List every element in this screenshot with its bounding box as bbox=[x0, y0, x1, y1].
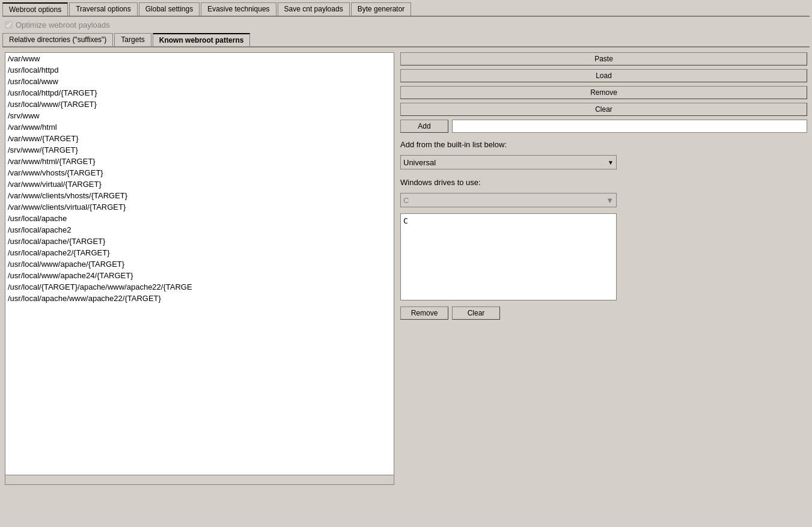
list-item[interactable]: /var/www bbox=[5, 53, 394, 64]
tab-evasive-techniques[interactable]: Evasive techniques bbox=[201, 2, 276, 16]
list-item[interactable]: /usr/local/apache/{TARGET} bbox=[5, 236, 394, 247]
list-item[interactable]: /usr/local/httpd bbox=[5, 64, 394, 76]
remove-button[interactable]: Remove bbox=[400, 86, 807, 99]
list-item[interactable]: /usr/local/apache2/{TARGET} bbox=[5, 247, 394, 258]
list-item[interactable]: /usr/local/{TARGET}/apache/www/apache22/… bbox=[5, 281, 394, 293]
main-container: Webroot options Traversal options Global… bbox=[0, 0, 812, 527]
add-input[interactable] bbox=[452, 120, 807, 133]
load-button[interactable]: Load bbox=[400, 69, 807, 82]
add-row: Add bbox=[400, 120, 807, 133]
tab-known-webroot-patterns[interactable]: Known webroot patterns bbox=[153, 33, 251, 46]
remove-bottom-button[interactable]: Remove bbox=[400, 306, 448, 320]
tab-relative-dirs[interactable]: Relative directories ("suffixes") bbox=[2, 33, 113, 46]
list-item[interactable]: /srv/www bbox=[5, 110, 394, 121]
list-item[interactable]: /var/www/clients/vhosts/{TARGET} bbox=[5, 190, 394, 201]
sub-tab-bar: Relative directories ("suffixes") Target… bbox=[2, 33, 810, 47]
list-item[interactable]: /usr/local/www/apache24/{TARGET} bbox=[5, 270, 394, 281]
optimize-label: Optimize webroot payloads bbox=[16, 20, 110, 29]
list-item[interactable]: /usr/local/httpd/{TARGET} bbox=[5, 87, 394, 99]
list-item[interactable]: /usr/local/www/{TARGET} bbox=[5, 99, 394, 110]
tab-global-settings[interactable]: Global settings bbox=[139, 2, 200, 16]
drives-dropdown-value: C bbox=[403, 196, 409, 205]
tab-byte-generator[interactable]: Byte generator bbox=[351, 2, 412, 16]
drives-dropdown[interactable]: C ▼ bbox=[400, 193, 617, 207]
add-button[interactable]: Add bbox=[400, 120, 448, 133]
list-item[interactable]: /var/www/vhosts/{TARGET} bbox=[5, 167, 394, 178]
drives-textarea[interactable]: C bbox=[400, 213, 617, 300]
clear-bottom-button[interactable]: Clear bbox=[452, 306, 500, 320]
built-in-list-dropdown[interactable]: Universal ▼ bbox=[400, 155, 617, 169]
tab-save-cnt-payloads[interactable]: Save cnt payloads bbox=[278, 2, 350, 16]
bottom-buttons-row: Remove Clear bbox=[400, 306, 807, 320]
dropdown-value: Universal bbox=[403, 158, 436, 167]
horizontal-scrollbar[interactable] bbox=[5, 475, 394, 484]
tab-traversal-options[interactable]: Traversal options bbox=[69, 2, 138, 16]
list-item[interactable]: /var/www/virtual/{TARGET} bbox=[5, 178, 394, 190]
top-tab-bar: Webroot options Traversal options Global… bbox=[2, 2, 810, 17]
content-area: /var/www/usr/local/httpd/usr/local/www/u… bbox=[2, 50, 810, 487]
right-panel: Paste Load Remove Clear Add Add from the… bbox=[400, 52, 807, 485]
list-item[interactable]: /var/www/{TARGET} bbox=[5, 133, 394, 144]
windows-drives-label: Windows drives to use: bbox=[400, 178, 807, 187]
list-item[interactable]: /var/www/html bbox=[5, 121, 394, 133]
tab-webroot-options[interactable]: Webroot options bbox=[2, 2, 68, 16]
optimize-row: Optimize webroot payloads bbox=[2, 20, 810, 29]
tab-targets[interactable]: Targets bbox=[114, 33, 151, 46]
paste-button[interactable]: Paste bbox=[400, 52, 807, 65]
list-item[interactable]: /usr/local/apache bbox=[5, 213, 394, 224]
chevron-down-icon: ▼ bbox=[608, 159, 614, 166]
optimize-checkbox[interactable] bbox=[5, 21, 13, 29]
clear-top-button[interactable]: Clear bbox=[400, 103, 807, 116]
list-item[interactable]: /usr/local/apache/www/apache22/{TARGET} bbox=[5, 293, 394, 304]
webroot-patterns-list[interactable]: /var/www/usr/local/httpd/usr/local/www/u… bbox=[5, 53, 394, 475]
drives-chevron-down-icon: ▼ bbox=[606, 196, 614, 205]
list-item[interactable]: /usr/local/www/apache/{TARGET} bbox=[5, 258, 394, 270]
list-item[interactable]: /var/www/clients/virtual/{TARGET} bbox=[5, 201, 394, 213]
add-from-label: Add from the built-in list below: bbox=[400, 140, 807, 149]
webroot-patterns-list-panel: /var/www/usr/local/httpd/usr/local/www/u… bbox=[5, 52, 394, 485]
list-item[interactable]: /var/www/html/{TARGET} bbox=[5, 156, 394, 167]
list-item[interactable]: /usr/local/apache2 bbox=[5, 224, 394, 236]
list-item[interactable]: /usr/local/www bbox=[5, 76, 394, 87]
list-item[interactable]: /srv/www/{TARGET} bbox=[5, 144, 394, 156]
